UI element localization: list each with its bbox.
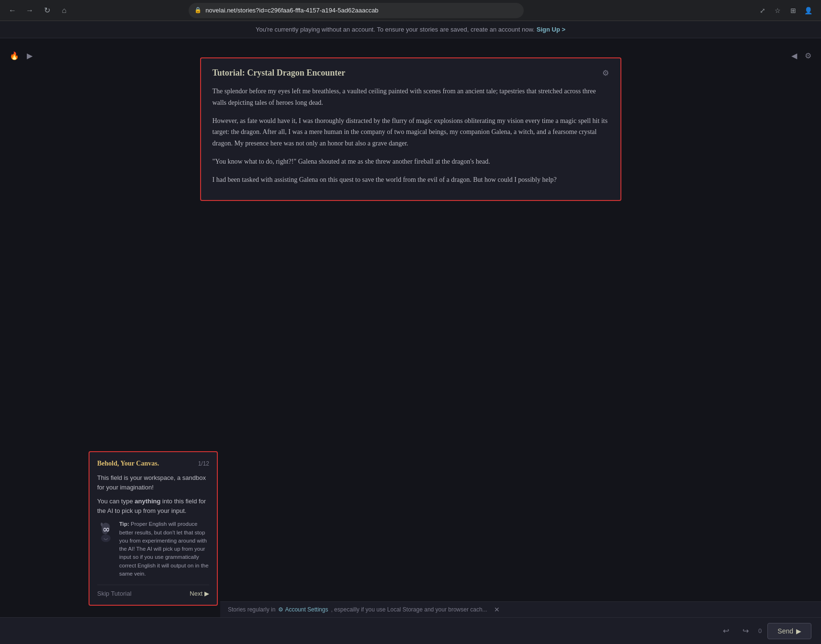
notification-text-2: , especailly if you use Local Storage an…	[331, 606, 487, 613]
story-text: The splendor before my eyes left me brea…	[213, 86, 609, 186]
tutorial-title: Behold, Your Canvas.	[97, 460, 159, 467]
bottom-bar: ↩ ↪ 0 Send ▶	[0, 617, 821, 644]
browser-chrome: ← → ↻ ⌂ 🔒 novelai.net/stories?id=c296faa…	[0, 0, 821, 21]
toolbar-right: ◀ ⚙	[789, 49, 813, 62]
play-icon-button[interactable]: ▶	[25, 49, 34, 62]
undo-button[interactable]: ↩	[719, 624, 733, 637]
token-count: 0	[758, 627, 762, 634]
send-button[interactable]: Send ▶	[767, 623, 811, 639]
tab-button[interactable]: ⊞	[787, 4, 800, 17]
left-arrow-button[interactable]: ◀	[789, 49, 799, 62]
send-icon: ▶	[796, 627, 801, 635]
tutorial-anything-emphasis: anything	[135, 498, 160, 505]
tutorial-header: Behold, Your Canvas. 1/12	[97, 460, 209, 467]
bookmark-button[interactable]: ☆	[771, 4, 785, 17]
settings-icon: ⚙	[278, 606, 283, 613]
story-paragraph-3: "You know what to do, right?!" Galena sh…	[213, 156, 609, 167]
story-settings-button[interactable]: ⚙	[602, 68, 609, 78]
next-button[interactable]: Next ▶	[190, 590, 209, 597]
home-button[interactable]: ⌂	[57, 4, 71, 17]
settings-label: Account Settings	[285, 606, 328, 613]
bottom-bar-left: ↩ ↪ 0	[719, 624, 762, 637]
notification-bar: Stories regularly in ⚙ Account Settings …	[220, 601, 821, 617]
story-paragraph-2: However, as fate would have it, I was th…	[213, 115, 609, 149]
url-text: novelai.net/stories?id=c296faa6-fffa-415…	[205, 7, 378, 14]
back-button[interactable]: ←	[6, 4, 19, 17]
tip-content: Proper English will produce better resul…	[119, 521, 209, 577]
svg-point-3	[104, 529, 106, 531]
story-panel: Tutorial: Crystal Dragon Encounter ⚙ The…	[200, 57, 621, 201]
story-title: Tutorial: Crystal Dragon Encounter	[213, 68, 346, 78]
tip-text: Tip: Proper English will produce better …	[119, 520, 209, 578]
banner-text: You're currently playing without an acco…	[256, 26, 535, 33]
account-settings-link[interactable]: ⚙ Account Settings	[278, 606, 328, 613]
profile-button[interactable]: 👤	[802, 4, 815, 17]
next-arrow-icon: ▶	[204, 590, 209, 597]
flame-icon-button[interactable]: 🔥	[8, 49, 21, 62]
redo-button[interactable]: ↪	[739, 624, 753, 637]
svg-point-0	[101, 534, 111, 542]
next-label: Next	[190, 590, 202, 597]
tutorial-paragraph-1: This field is your workspace, a sandbox …	[97, 473, 209, 492]
skip-tutorial-button[interactable]: Skip Tutorial	[97, 590, 132, 597]
story-paragraph-1: The splendor before my eyes left me brea…	[213, 86, 609, 109]
address-bar[interactable]: 🔒 novelai.net/stories?id=c296faa6-fffa-4…	[189, 3, 524, 18]
forward-button[interactable]: →	[23, 4, 36, 17]
tutorial-paragraph-2: You can type anything into this field fo…	[97, 497, 209, 515]
tutorial-paragraph-2-prefix: You can type	[97, 498, 135, 505]
extend-button[interactable]: ⤢	[756, 4, 769, 17]
story-header: Tutorial: Crystal Dragon Encounter ⚙	[213, 68, 609, 78]
tip-label: Tip:	[119, 521, 129, 527]
browser-actions: ⤢ ☆ ⊞ 👤	[756, 4, 815, 17]
send-label: Send	[777, 627, 793, 635]
notification-close-button[interactable]: ✕	[494, 606, 500, 613]
story-paragraph-4: I had been tasked with assisting Galena …	[213, 174, 609, 186]
lock-icon: 🔒	[194, 7, 202, 14]
signup-link[interactable]: Sign Up >	[537, 26, 565, 33]
tutorial-page: 1/12	[198, 460, 209, 467]
tutorial-panel: Behold, Your Canvas. 1/12 This field is …	[89, 451, 218, 606]
top-toolbar: 🔥 ▶ ◀ ⚙	[0, 45, 821, 66]
notification-text-1: Stories regularly in	[228, 606, 275, 613]
mascot-icon	[97, 520, 114, 543]
svg-point-4	[107, 529, 109, 531]
tutorial-tip: Tip: Proper English will produce better …	[97, 520, 209, 578]
top-banner: You're currently playing without an acco…	[0, 21, 821, 38]
settings-button[interactable]: ⚙	[803, 49, 813, 62]
tutorial-footer: Skip Tutorial Next ▶	[97, 585, 209, 597]
refresh-button[interactable]: ↻	[40, 4, 54, 17]
toolbar-left: 🔥 ▶	[8, 49, 34, 62]
main-content: Tutorial: Crystal Dragon Encounter ⚙ The…	[0, 38, 821, 344]
